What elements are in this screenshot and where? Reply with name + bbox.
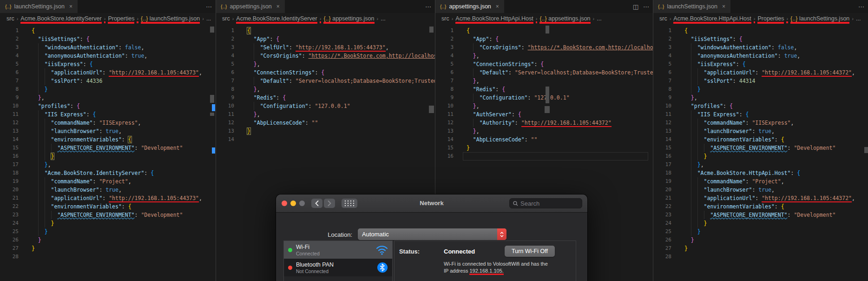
code-line[interactable]: 15} — [435, 144, 653, 152]
tab-appsettings-httpapi[interactable]: {..} appsettings.json × — [435, 0, 504, 13]
code-line[interactable]: 22"environmentVariables": { — [653, 202, 868, 211]
breadcrumb-item[interactable]: ... — [597, 15, 601, 22]
code-line[interactable]: 11"IIS Express": { — [653, 110, 868, 119]
breadcrumb-item[interactable]: src — [441, 15, 449, 22]
close-icon[interactable]: × — [496, 3, 499, 10]
code-line[interactable]: 9"Configuration": "127.0.0.1" — [435, 94, 653, 102]
code-line[interactable]: 20"launchBrowser": true, — [0, 186, 216, 194]
code-line[interactable]: 11"AuthServer": { — [435, 110, 653, 119]
code-line[interactable]: 1{ — [435, 27, 653, 35]
scrollbar-thumb[interactable] — [212, 147, 215, 154]
code-line[interactable]: 3"windowsAuthentication": false, — [0, 43, 216, 52]
code-line[interactable]: 28 — [653, 253, 868, 261]
pane-divider[interactable] — [216, 0, 216, 281]
breadcrumb-item[interactable]: src — [7, 15, 14, 22]
service-row-wifi[interactable]: Wi-Fi Connected — [284, 241, 392, 259]
code-line[interactable]: 18"Acme.BookStore.HttpApi.Host": { — [653, 169, 868, 177]
code-line[interactable]: 22"environmentVariables": { — [0, 202, 216, 211]
code-editor[interactable]: 1{2"App": {3"CorsOrigins": "https://*.Bo… — [435, 24, 653, 161]
code-line[interactable]: 1{ — [653, 27, 868, 35]
code-line[interactable]: 12"AbpLicenseCode": "" — [216, 119, 435, 127]
code-line[interactable]: 1{ — [216, 27, 435, 35]
code-line[interactable]: 1{ — [0, 27, 216, 35]
show-all-button[interactable] — [342, 199, 357, 208]
code-line[interactable]: 18"Acme.BookStore.IdentityServer": { — [0, 169, 216, 177]
code-line[interactable]: 12"commandName": "IISExpress", — [653, 119, 868, 127]
code-line[interactable]: 25} — [0, 227, 216, 236]
more-actions-icon[interactable]: ⋯ — [643, 3, 649, 10]
close-icon[interactable]: × — [69, 3, 72, 10]
split-editor-icon[interactable]: ◫ — [633, 3, 638, 10]
code-line[interactable]: 8} — [653, 85, 868, 94]
code-line[interactable]: 12"Authority": "http://192.168.1.105:443… — [435, 119, 653, 127]
code-line[interactable]: 25} — [653, 227, 868, 236]
scrollbar-thumb[interactable] — [212, 104, 215, 111]
code-line[interactable]: 16 — [435, 152, 653, 161]
code-line[interactable]: 4}, — [435, 52, 653, 60]
search-field[interactable]: Search — [509, 198, 582, 208]
more-actions-icon[interactable]: ⋯ — [858, 3, 864, 10]
code-line[interactable]: 17}, — [653, 161, 868, 169]
code-line[interactable]: 4"CorsOrigins": "https://*.BookStore.com… — [216, 52, 435, 60]
tab-appsettings-identityserver[interactable]: {..} appsettings.json × — [216, 0, 285, 13]
code-line[interactable]: 23"ASPNETCORE_ENVIRONMENT": "Development… — [0, 211, 216, 219]
code-line[interactable]: 10}, — [435, 102, 653, 110]
code-line[interactable]: 7}, — [435, 77, 653, 85]
location-dropdown[interactable]: Automatic — [358, 228, 506, 240]
title-bar[interactable]: Network Search — [276, 194, 587, 213]
code-editor[interactable]: 1{2"iisSettings": {3"windowsAuthenticati… — [0, 24, 216, 261]
breadcrumb-item[interactable]: Properties — [108, 15, 134, 22]
code-line[interactable]: 5}, — [216, 60, 435, 68]
code-line[interactable]: 7"sslPort": 44314 — [653, 77, 868, 85]
code-line[interactable]: 8}, — [216, 85, 435, 94]
code-line[interactable]: 10"Configuration": "127.0.0.1" — [216, 102, 435, 110]
code-line[interactable]: 14 — [216, 135, 435, 144]
code-line[interactable]: 13} — [216, 127, 435, 135]
minimize-window-button[interactable] — [290, 201, 296, 206]
breadcrumb-item[interactable]: Acme.BookStore.HttpApi.Host — [455, 15, 533, 22]
code-line[interactable]: 5"iisExpress": { — [653, 60, 868, 68]
code-line[interactable]: 2"App": { — [435, 35, 653, 43]
code-line[interactable]: 27} — [0, 244, 216, 253]
code-line[interactable]: 16} — [653, 152, 868, 161]
breadcrumb-item[interactable]: Acme.BookStore.IdentityServer — [20, 15, 101, 22]
breadcrumb-item[interactable]: Properties — [757, 15, 784, 22]
code-line[interactable]: 4"anonymousAuthentication": true, — [0, 52, 216, 60]
code-editor[interactable]: 1{2"iisSettings": {3"windowsAuthenticati… — [653, 24, 868, 261]
code-line[interactable]: 9}, — [653, 94, 868, 102]
code-line[interactable]: 11}, — [216, 110, 435, 119]
code-line[interactable]: 28 — [0, 253, 216, 261]
code-line[interactable]: 24} — [653, 219, 868, 227]
tab-launchsettings-identityserver[interactable]: {..} launchSettings.json × — [0, 0, 78, 13]
code-line[interactable]: 16} — [0, 152, 216, 161]
close-window-button[interactable] — [282, 201, 287, 206]
breadcrumb-item[interactable]: {..} launchSettings.json — [141, 15, 200, 22]
code-editor[interactable]: 1{2"App": {3"SelfUrl": "http://192.168.1… — [216, 24, 435, 144]
close-icon[interactable]: × — [722, 3, 725, 10]
back-button[interactable] — [311, 199, 322, 208]
forward-button[interactable] — [324, 199, 335, 208]
more-actions-icon[interactable]: ⋯ — [425, 3, 431, 10]
code-line[interactable]: 11"IIS Express": { — [0, 110, 216, 119]
code-line[interactable]: 9"Redis": { — [216, 94, 435, 102]
code-line[interactable]: 10"profiles": { — [0, 102, 216, 110]
code-line[interactable]: 7"Default": "Server=localhost;Database=B… — [216, 77, 435, 85]
pane-divider[interactable] — [653, 0, 653, 281]
code-line[interactable]: 21"applicationUrl": "http://192.168.1.10… — [653, 194, 868, 202]
code-line[interactable]: 7"sslPort": 44336 — [0, 77, 216, 85]
breadcrumb-item[interactable]: Acme.BookStore.IdentityServer — [236, 15, 317, 22]
turn-wifi-off-button[interactable]: Turn Wi-Fi Off — [505, 246, 555, 257]
code-line[interactable]: 4"anonymousAuthentication": true, — [653, 52, 868, 60]
breadcrumb-item[interactable]: ... — [856, 15, 861, 22]
close-icon[interactable]: × — [276, 3, 280, 10]
breadcrumb-item[interactable]: Acme.BookStore.HttpApi.Host — [673, 15, 751, 22]
breadcrumb-item[interactable]: src — [659, 15, 667, 22]
code-line[interactable]: 23"ASPNETCORE_ENVIRONMENT": "Development… — [653, 211, 868, 219]
code-line[interactable]: 5"ConnectionStrings": { — [435, 60, 653, 68]
code-line[interactable]: 12"commandName": "IISExpress", — [0, 119, 216, 127]
breadcrumb-item[interactable]: {..} appsettings.json — [323, 15, 374, 22]
code-line[interactable]: 21"applicationUrl": "http://192.168.1.10… — [0, 194, 216, 202]
code-line[interactable]: 8"Redis": { — [435, 85, 653, 94]
code-line[interactable]: 20"launchBrowser": true, — [653, 186, 868, 194]
breadcrumb-item[interactable]: {..} appsettings.json — [539, 15, 590, 22]
